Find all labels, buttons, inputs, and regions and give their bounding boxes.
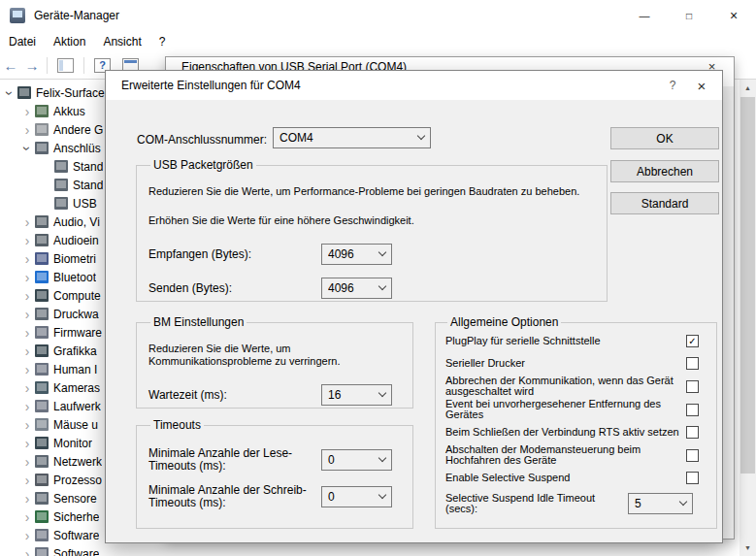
read-timeout-row: Minimale Anzahle der Lese-Timeouts (ms):… xyxy=(148,447,401,473)
back-icon[interactable]: ← xyxy=(0,57,21,74)
computer-icon xyxy=(35,289,49,302)
vertical-scrollbar[interactable]: ▲ ▼ xyxy=(740,80,756,556)
expand-chevron-icon[interactable]: › xyxy=(19,547,35,556)
expand-chevron-icon[interactable]: › xyxy=(19,326,35,340)
expand-chevron-icon[interactable]: › xyxy=(19,215,35,229)
network-adapter-icon xyxy=(35,455,49,468)
menu-ansicht[interactable]: Ansicht xyxy=(94,31,149,52)
chevron-down-icon xyxy=(378,282,386,290)
expand-chevron-icon[interactable]: › xyxy=(19,271,35,284)
maximize-button[interactable]: □ xyxy=(667,0,711,31)
tree-item-label: Grafikka xyxy=(53,344,97,358)
collapse-chevron-icon[interactable]: › xyxy=(20,141,34,156)
option-label: Enable Selective Suspend xyxy=(445,473,686,483)
expand-chevron-icon[interactable]: › xyxy=(19,234,35,247)
expand-chevron-icon[interactable]: › xyxy=(19,474,35,487)
expand-chevron-icon[interactable]: › xyxy=(19,437,35,450)
menu-hilfe[interactable]: ? xyxy=(150,31,175,52)
tree-item-label: Akkus xyxy=(53,105,85,118)
option-label: Abschalten der Modemansteuerung beim Hoc… xyxy=(445,444,686,466)
com-port-value: COM4 xyxy=(279,131,418,145)
option-label: Serieller Drucker xyxy=(445,358,686,369)
wait-time-value: 16 xyxy=(328,388,379,402)
expand-chevron-icon[interactable]: › xyxy=(19,308,35,321)
tree-item-label: Prozesso xyxy=(53,474,102,487)
chevron-down-icon xyxy=(378,454,386,462)
receive-bytes-value: 4096 xyxy=(328,247,379,261)
option-row: Abschalten der Modemansteuerung beim Hoc… xyxy=(445,444,707,466)
tree-item-label: Laufwerk xyxy=(53,400,101,413)
tree-item[interactable]: ›Software xyxy=(0,544,740,556)
expand-chevron-icon[interactable]: › xyxy=(19,455,35,469)
forward-icon[interactable]: → xyxy=(21,57,43,74)
tree-item-label: Sicherhe xyxy=(53,510,99,524)
camera-icon xyxy=(35,381,49,394)
scroll-down-icon[interactable]: ▼ xyxy=(740,540,756,556)
expand-chevron-icon[interactable]: › xyxy=(19,123,35,137)
minimize-button[interactable]: — xyxy=(622,0,667,31)
firmware-icon xyxy=(35,326,49,339)
expand-chevron-icon[interactable]: › xyxy=(19,418,35,432)
scrollbar-thumb[interactable] xyxy=(740,97,755,474)
expand-chevron-icon[interactable]: › xyxy=(19,289,35,303)
send-bytes-value: 4096 xyxy=(328,281,379,295)
checkbox-unchecked[interactable] xyxy=(686,449,699,462)
hid-icon xyxy=(35,363,49,376)
checkbox-unchecked[interactable] xyxy=(686,380,699,393)
console-tree-icon[interactable] xyxy=(57,58,74,73)
close-button[interactable]: × xyxy=(711,0,756,31)
menu-aktion[interactable]: Aktion xyxy=(45,31,94,52)
checkbox-unchecked[interactable] xyxy=(686,357,699,370)
checkbox-unchecked[interactable] xyxy=(686,404,699,416)
option-label: Abbrechen der Kommunikation, wenn das Ge… xyxy=(445,376,686,397)
print-queue-icon xyxy=(35,308,49,320)
menu-datei[interactable]: Datei xyxy=(0,31,45,52)
ok-button[interactable]: OK xyxy=(610,127,719,149)
expand-chevron-icon[interactable]: › xyxy=(19,492,35,506)
wait-time-select[interactable]: 16 xyxy=(321,384,392,406)
chevron-down-icon xyxy=(378,248,386,256)
collapse-chevron-icon[interactable]: › xyxy=(3,85,16,101)
tree-item-label: Compute xyxy=(53,289,101,303)
read-timeout-select[interactable]: 0 xyxy=(321,449,392,471)
checkbox-checked[interactable]: ✓ xyxy=(686,335,699,347)
expand-chevron-icon[interactable]: › xyxy=(19,510,35,524)
window-title: Geräte-Manager xyxy=(34,9,119,22)
option-row: Serieller Drucker xyxy=(445,353,707,374)
dialog-help-button[interactable]: ? xyxy=(658,71,687,100)
expand-chevron-icon[interactable]: › xyxy=(19,363,35,376)
toolbar-separator xyxy=(47,57,48,74)
expand-chevron-icon[interactable]: › xyxy=(19,105,35,118)
suspend-timeout-select[interactable]: 5 xyxy=(628,493,693,514)
expand-chevron-icon[interactable]: › xyxy=(19,529,35,542)
receive-bytes-select[interactable]: 4096 xyxy=(321,244,392,265)
cancel-button[interactable]: Abbrechen xyxy=(610,160,719,182)
option-row: PlugPlay für serielle Schnittstelle✓ xyxy=(445,331,707,351)
tree-item-label: Stand xyxy=(73,179,103,192)
tree-item-label: Stand xyxy=(73,160,103,174)
processor-icon xyxy=(35,474,49,486)
standard-button[interactable]: Standard xyxy=(610,192,719,214)
expand-chevron-icon[interactable]: › xyxy=(19,252,35,266)
software-component-icon xyxy=(35,547,49,556)
battery-icon xyxy=(35,105,49,117)
send-bytes-select[interactable]: 4096 xyxy=(321,278,392,299)
tree-item-label: Audio, Vi xyxy=(53,215,100,229)
checkbox-unchecked[interactable] xyxy=(686,426,699,439)
scroll-up-icon[interactable]: ▲ xyxy=(740,80,756,96)
monitor-icon xyxy=(35,437,49,449)
suspend-timeout-row: Selective Suspend Idle Timeout (secs): 5 xyxy=(445,493,707,514)
tree-item-label: Anschlüs xyxy=(53,142,101,155)
expand-chevron-icon[interactable]: › xyxy=(19,381,35,395)
option-row: Enable Selective Suspend xyxy=(445,468,707,488)
dialog-close-button[interactable]: × xyxy=(687,71,716,100)
write-timeout-select[interactable]: 0 xyxy=(321,486,392,507)
expand-chevron-icon[interactable]: › xyxy=(19,400,35,413)
write-timeout-label: Minimale Anzahle der Schreib-Timeouts (m… xyxy=(148,484,321,509)
option-label: PlugPlay für serielle Schnittstelle xyxy=(445,336,686,346)
device-manager-app-icon xyxy=(10,8,25,23)
checkbox-unchecked[interactable] xyxy=(686,472,699,484)
com-port-select[interactable]: COM4 xyxy=(273,127,431,148)
expand-chevron-icon[interactable]: › xyxy=(19,344,35,358)
suspend-timeout-value: 5 xyxy=(635,497,680,510)
